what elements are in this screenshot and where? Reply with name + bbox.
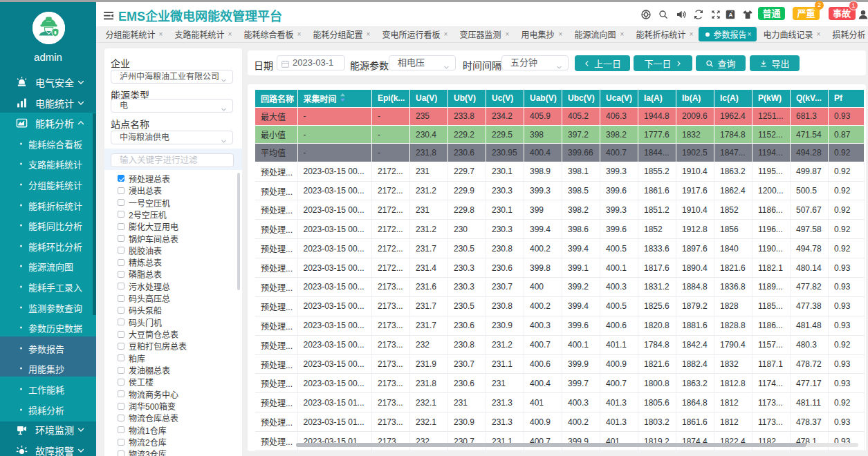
svg-text:*: *	[731, 10, 732, 14]
